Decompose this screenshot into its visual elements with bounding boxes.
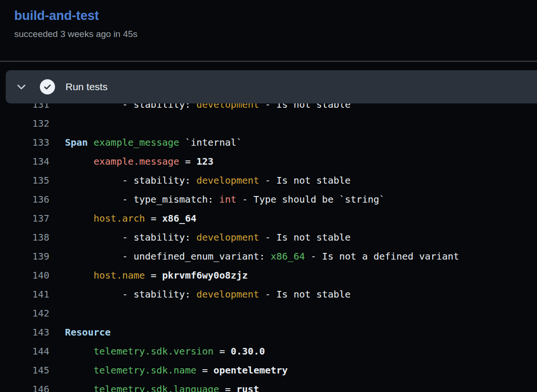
line-number[interactable]: 135 bbox=[0, 171, 49, 190]
line-number[interactable]: 138 bbox=[0, 228, 49, 247]
log-line: 145 telemetry.sdk.name = opentelemetry bbox=[0, 361, 537, 380]
log-line-text: - stability: development - Is not stable bbox=[65, 171, 351, 190]
log-line-text: - stability: development - Is not stable bbox=[65, 228, 351, 247]
log-line: 136 - type_mismatch: int - Type should b… bbox=[0, 190, 537, 209]
job-status-summary: succeeded 3 weeks ago in 45s bbox=[14, 28, 138, 40]
line-number[interactable]: 140 bbox=[0, 266, 49, 285]
step-name: Run tests bbox=[65, 81, 108, 93]
workflow-run-page: build-and-test succeeded 3 weeks ago in … bbox=[0, 0, 537, 392]
log-line-text: - type_mismatch: int - Type should be `s… bbox=[65, 190, 385, 209]
chevron-down-icon[interactable] bbox=[15, 81, 28, 93]
log-line-text: example.message = 123 bbox=[65, 152, 213, 171]
log-line-text: - undefined_enum_variant: x86_64 - Is no… bbox=[65, 247, 459, 266]
step-group-header[interactable]: Run tests bbox=[6, 70, 537, 103]
line-number[interactable]: 133 bbox=[0, 133, 49, 152]
line-number[interactable]: 145 bbox=[0, 361, 49, 380]
line-number[interactable]: 146 bbox=[0, 380, 49, 392]
log-line: 138 - stability: development - Is not st… bbox=[0, 228, 537, 247]
line-number[interactable]: 141 bbox=[0, 285, 49, 304]
line-number[interactable]: 137 bbox=[0, 209, 49, 228]
log-viewport[interactable]: 131 - stability: development - Is not st… bbox=[0, 62, 537, 392]
line-number[interactable]: 143 bbox=[0, 323, 49, 342]
line-number[interactable]: 139 bbox=[0, 247, 49, 266]
log-line-text: host.arch = x86_64 bbox=[65, 209, 196, 228]
log-line: 137 host.arch = x86_64 bbox=[0, 209, 537, 228]
line-number[interactable]: 132 bbox=[0, 114, 49, 133]
line-number[interactable]: 144 bbox=[0, 342, 49, 361]
log-line: 144 telemetry.sdk.version = 0.30.0 bbox=[0, 342, 537, 361]
log-line: 146 telemetry.sdk.language = rust bbox=[0, 380, 537, 392]
log-line: 139 - undefined_enum_variant: x86_64 - I… bbox=[0, 247, 537, 266]
log-line: 132 bbox=[0, 114, 537, 133]
log-line-text: telemetry.sdk.language = rust bbox=[65, 380, 259, 392]
log-line-text: host.name = pkrvmf6wy0o8zjz bbox=[65, 266, 248, 285]
log-line: 142 bbox=[0, 304, 537, 323]
log-line-text: - stability: development - Is not stable bbox=[65, 285, 351, 304]
log-line: 134 example.message = 123 bbox=[0, 152, 537, 171]
job-title-link[interactable]: build-and-test bbox=[14, 8, 138, 24]
log-line: 141 - stability: development - Is not st… bbox=[0, 285, 537, 304]
line-number[interactable]: 134 bbox=[0, 152, 49, 171]
job-header: build-and-test succeeded 3 weeks ago in … bbox=[14, 8, 138, 40]
line-number[interactable]: 142 bbox=[0, 304, 49, 323]
log-line: 135 - stability: development - Is not st… bbox=[0, 171, 537, 190]
log-line: 133Span example_message `internal` bbox=[0, 133, 537, 152]
log-line-text: telemetry.sdk.name = opentelemetry bbox=[65, 361, 288, 380]
log-line-text: Resource bbox=[65, 323, 111, 342]
log-rows: 131 - stability: development - Is not st… bbox=[0, 95, 537, 392]
line-number[interactable]: 136 bbox=[0, 190, 49, 209]
check-circle-icon bbox=[40, 79, 55, 94]
log-line: 140 host.name = pkrvmf6wy0o8zjz bbox=[0, 266, 537, 285]
log-line-text: telemetry.sdk.version = 0.30.0 bbox=[65, 342, 265, 361]
log-line-text: Span example_message `internal` bbox=[65, 133, 242, 152]
log-line: 143Resource bbox=[0, 323, 537, 342]
